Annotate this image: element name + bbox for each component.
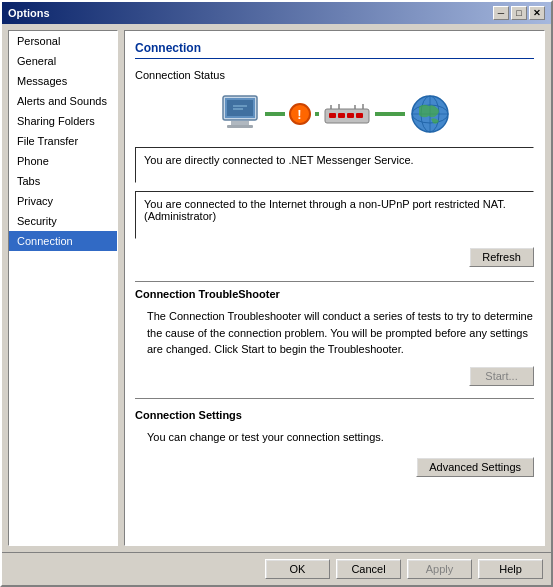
conn-settings-title: Connection Settings	[135, 409, 534, 421]
section-divider-2	[135, 398, 534, 399]
apply-button[interactable]: Apply	[407, 559, 472, 579]
svg-rect-4	[227, 100, 253, 116]
sidebar-item-sharing[interactable]: Sharing Folders	[9, 111, 117, 131]
sidebar-item-connection[interactable]: Connection	[9, 231, 117, 251]
options-window: Options ─ □ ✕ Personal General Messages …	[0, 0, 553, 587]
troubleshooter-title: Connection TroubleShooter	[135, 288, 534, 300]
line-mid	[315, 112, 319, 116]
computer-icon	[219, 94, 261, 134]
svg-rect-3	[227, 125, 253, 128]
start-button[interactable]: Start...	[469, 366, 534, 386]
advanced-settings-button[interactable]: Advanced Settings	[416, 457, 534, 477]
svg-rect-9	[338, 113, 345, 118]
conn-settings-desc: You can change or test your connection s…	[135, 425, 534, 450]
sidebar-item-tabs[interactable]: Tabs	[9, 171, 117, 191]
minimize-button[interactable]: ─	[493, 6, 509, 20]
title-bar-controls: ─ □ ✕	[493, 6, 545, 20]
svg-rect-8	[329, 113, 336, 118]
sidebar-item-alerts[interactable]: Alerts and Sounds	[9, 91, 117, 111]
sidebar: Personal General Messages Alerts and Sou…	[8, 30, 118, 546]
panel-title: Connection	[135, 41, 534, 59]
main-panel: Connection Connection Status	[124, 30, 545, 546]
warning-icon: !	[289, 103, 311, 125]
sidebar-item-personal[interactable]: Personal	[9, 31, 117, 51]
title-bar: Options ─ □ ✕	[2, 2, 551, 24]
sidebar-item-privacy[interactable]: Privacy	[9, 191, 117, 211]
sidebar-item-filetransfer[interactable]: File Transfer	[9, 131, 117, 151]
content-area: Personal General Messages Alerts and Sou…	[2, 24, 551, 552]
status-text-1: You are directly connected to .NET Messe…	[135, 147, 534, 183]
help-button[interactable]: Help	[478, 559, 543, 579]
cancel-button[interactable]: Cancel	[336, 559, 401, 579]
status-text-2: You are connected to the Internet throug…	[135, 191, 534, 239]
svg-rect-2	[231, 121, 249, 125]
refresh-button[interactable]: Refresh	[469, 247, 534, 267]
troubleshooter-section: Connection TroubleShooter The Connection…	[135, 288, 534, 386]
sidebar-item-general[interactable]: General	[9, 51, 117, 71]
maximize-button[interactable]: □	[511, 6, 527, 20]
line-left	[265, 112, 285, 116]
window-title: Options	[8, 7, 50, 19]
connection-status-label: Connection Status	[135, 69, 534, 81]
refresh-row: Refresh	[135, 247, 534, 267]
sidebar-item-messages[interactable]: Messages	[9, 71, 117, 91]
section-divider-1	[135, 281, 534, 282]
globe-icon	[409, 93, 451, 135]
sidebar-item-phone[interactable]: Phone	[9, 151, 117, 171]
connection-visual: !	[135, 87, 534, 147]
ok-button[interactable]: OK	[265, 559, 330, 579]
advanced-settings-row: Advanced Settings	[135, 449, 534, 477]
sidebar-item-security[interactable]: Security	[9, 211, 117, 231]
line-right	[375, 112, 405, 116]
conn-settings-section: Connection Settings You can change or te…	[135, 409, 534, 478]
router-icon	[323, 103, 371, 125]
bottom-bar: OK Cancel Apply Help	[2, 552, 551, 585]
troubleshooter-desc: The Connection Troubleshooter will condu…	[135, 304, 534, 362]
close-button[interactable]: ✕	[529, 6, 545, 20]
svg-rect-10	[347, 113, 354, 118]
svg-rect-11	[356, 113, 363, 118]
